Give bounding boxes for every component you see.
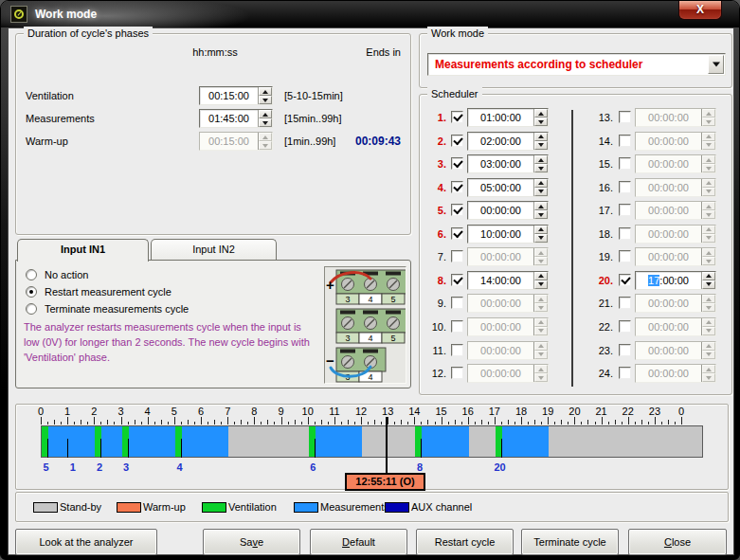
spin-down-button	[702, 257, 715, 265]
scheduler-checkbox[interactable]	[451, 135, 463, 147]
spin-down-button[interactable]	[534, 210, 548, 219]
scheduler-checkbox[interactable]	[619, 227, 631, 240]
radio-no-action[interactable]	[26, 269, 37, 280]
duration-group: Duration of cycle's phases hh:mm:ss Ends…	[15, 33, 411, 235]
ruler-minor-tick	[87, 422, 88, 425]
spin-down-button[interactable]	[534, 141, 548, 150]
duration-group-title: Duration of cycle's phases	[24, 27, 153, 40]
combo-dropdown-button[interactable]	[708, 55, 724, 74]
spin-down-button[interactable]	[534, 117, 548, 126]
scheduler-checkbox[interactable]	[451, 250, 463, 262]
scheduler-checkbox[interactable]	[619, 297, 631, 309]
save-button[interactable]: Save	[203, 529, 300, 555]
spin-down-button[interactable]	[534, 188, 548, 196]
spin-down-button[interactable]	[534, 280, 548, 289]
spin-up-button[interactable]	[534, 155, 548, 164]
spin-up-button	[702, 179, 715, 188]
scheduler-checkbox[interactable]	[619, 135, 631, 147]
spin-up-button[interactable]	[534, 109, 548, 117]
spin-up-button[interactable]	[534, 179, 548, 188]
scheduler-checkbox[interactable]	[619, 111, 631, 123]
close-dialog-button[interactable]: Close	[628, 529, 727, 555]
spin-up-button[interactable]	[534, 202, 548, 210]
titlebar[interactable]: Work mode X	[1, 1, 739, 27]
spin-up-button[interactable]	[534, 133, 548, 141]
ruler-minor-tick	[368, 422, 369, 425]
up-arrow-icon	[538, 181, 544, 185]
ruler-minor-tick	[561, 420, 562, 425]
scheduler-checkbox[interactable]	[451, 320, 463, 333]
time-spinbox[interactable]: 00:15:00	[199, 86, 273, 105]
scheduler-checkbox[interactable]	[451, 227, 463, 240]
ruler-hour-label: 23	[645, 406, 664, 417]
ends-in-value: 00:09:43	[329, 132, 401, 151]
scheduler-checkbox[interactable]	[451, 157, 463, 170]
scheduler-checkbox[interactable]	[451, 344, 463, 356]
scheduler-checkbox[interactable]	[619, 250, 631, 262]
ruler-minor-tick	[508, 420, 509, 425]
spin-down-button[interactable]	[259, 96, 272, 104]
close-button[interactable]: X	[678, 1, 722, 20]
ruler-minor-tick	[54, 420, 55, 425]
scheduler-checkbox[interactable]	[451, 204, 463, 216]
terminate-cycle-button[interactable]: Terminate cycle	[521, 529, 619, 555]
trigger-entry-label: 1	[63, 461, 82, 473]
scheduler-checkbox[interactable]	[619, 344, 631, 356]
time-value: 00:00:00	[636, 155, 701, 172]
time-spinbox[interactable]: 00:00:00	[467, 201, 549, 220]
work-mode-combobox[interactable]: Measurements according to scheduler	[427, 53, 726, 76]
scheduler-entry: 1.01:00:00	[420, 108, 571, 127]
scheduler-checkbox[interactable]	[619, 181, 631, 193]
scheduler-checkbox[interactable]	[619, 274, 631, 286]
spin-down-button[interactable]	[534, 234, 548, 243]
ruler-minor-tick	[534, 420, 535, 425]
up-arrow-icon	[538, 158, 544, 162]
phase-range-hint: [5-10-15min]	[284, 86, 343, 105]
scheduler-checkbox[interactable]	[619, 320, 631, 333]
scheduler-checkbox[interactable]	[451, 181, 463, 193]
radio-restart-measurement-cycle[interactable]	[26, 286, 37, 298]
down-arrow-icon	[538, 143, 544, 147]
scheduler-checkbox[interactable]	[451, 111, 463, 123]
restart-cycle-button[interactable]: Restart cycle	[416, 529, 514, 555]
input-action-note: The analyzer restarts measurements cycle…	[24, 319, 313, 365]
spin-up-button[interactable]	[702, 272, 715, 280]
scheduler-checkbox[interactable]	[619, 157, 631, 170]
radio-terminate-measurements-cycle[interactable]	[26, 303, 37, 315]
spin-up-button[interactable]	[259, 110, 272, 118]
look-at-analyzer-button[interactable]: Look at the analyzer	[15, 529, 157, 555]
spin-up-button[interactable]	[534, 226, 548, 234]
down-arrow-icon	[538, 306, 544, 310]
scheduler-entry-number: 17.	[587, 201, 613, 220]
up-arrow-icon	[706, 320, 712, 324]
default-button[interactable]: Default	[310, 529, 407, 555]
tab-input-in2[interactable]: Input IN2	[151, 239, 277, 261]
time-spinbox[interactable]: 03:00:00	[467, 154, 549, 173]
scheduler-checkbox[interactable]	[451, 297, 463, 309]
spin-up-button[interactable]	[534, 272, 548, 280]
scheduler-checkbox[interactable]	[451, 274, 463, 286]
scheduler-entry: 16.00:00:00	[587, 178, 733, 197]
spin-up-button[interactable]	[259, 87, 272, 96]
scheduler-checkbox[interactable]	[619, 204, 631, 216]
down-arrow-icon	[706, 190, 712, 193]
time-spinbox[interactable]: 14:00:00	[467, 271, 549, 290]
spin-down-button[interactable]	[702, 280, 715, 289]
time-spinbox: 00:00:00	[467, 247, 549, 266]
time-value: 14:00:00	[468, 272, 533, 289]
time-spinbox[interactable]: 02:00:00	[467, 132, 549, 151]
time-spinbox[interactable]: 01:00:00	[467, 108, 549, 127]
ruler-minor-tick	[221, 422, 222, 425]
spin-down-button[interactable]	[259, 118, 272, 127]
time-spinbox[interactable]: 17:00:00	[635, 271, 716, 290]
dialog-client-area: Duration of cycle's phases hh:mm:ss Ends…	[8, 27, 734, 555]
time-spinbox[interactable]: 05:00:00	[467, 178, 549, 197]
ruler-major-tick	[442, 417, 442, 425]
ruler-minor-tick	[214, 420, 215, 425]
time-spinbox[interactable]: 10:00:00	[467, 225, 549, 244]
tab-input-in1[interactable]: Input IN1	[17, 239, 149, 262]
spin-down-button[interactable]	[534, 164, 548, 172]
time-spinbox[interactable]: 01:45:00	[199, 109, 273, 128]
scheduler-checkbox[interactable]	[451, 367, 463, 379]
scheduler-checkbox[interactable]	[619, 367, 631, 379]
